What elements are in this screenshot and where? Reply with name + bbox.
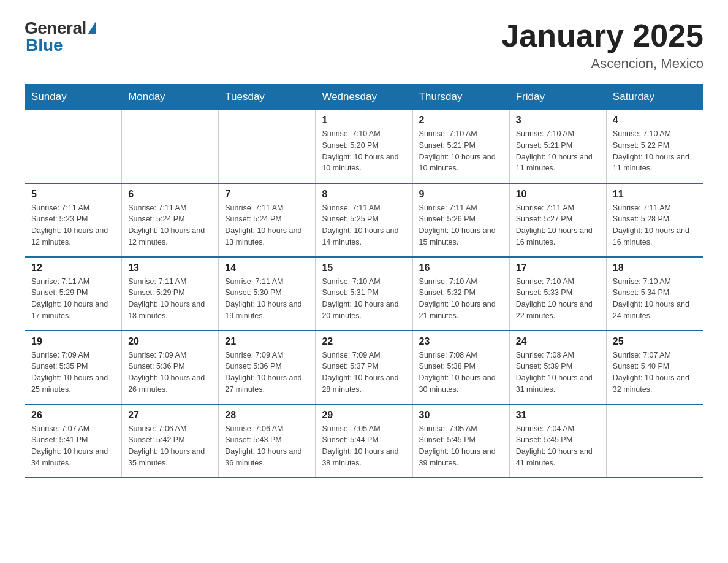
location-subtitle: Ascencion, Mexico — [501, 56, 703, 72]
calendar-cell: 23Sunrise: 7:08 AM Sunset: 5:38 PM Dayli… — [412, 331, 509, 404]
day-info: Sunrise: 7:10 AM Sunset: 5:34 PM Dayligh… — [613, 276, 697, 322]
day-info: Sunrise: 7:11 AM Sunset: 5:30 PM Dayligh… — [225, 276, 309, 322]
day-info: Sunrise: 7:04 AM Sunset: 5:45 PM Dayligh… — [516, 423, 600, 469]
calendar-cell — [219, 110, 316, 183]
day-info: Sunrise: 7:10 AM Sunset: 5:21 PM Dayligh… — [419, 128, 503, 174]
day-number: 10 — [516, 189, 600, 200]
day-number: 1 — [322, 115, 406, 126]
calendar-cell: 18Sunrise: 7:10 AM Sunset: 5:34 PM Dayli… — [606, 257, 703, 331]
day-info: Sunrise: 7:10 AM Sunset: 5:21 PM Dayligh… — [516, 128, 600, 174]
calendar-header-friday: Friday — [509, 85, 606, 110]
calendar-cell: 3Sunrise: 7:10 AM Sunset: 5:21 PM Daylig… — [509, 110, 606, 183]
calendar-cell: 4Sunrise: 7:10 AM Sunset: 5:22 PM Daylig… — [606, 110, 703, 183]
calendar-cell: 17Sunrise: 7:10 AM Sunset: 5:33 PM Dayli… — [509, 257, 606, 331]
calendar-cell: 16Sunrise: 7:10 AM Sunset: 5:32 PM Dayli… — [412, 257, 509, 331]
day-number: 6 — [128, 189, 212, 200]
day-info: Sunrise: 7:05 AM Sunset: 5:45 PM Dayligh… — [419, 423, 503, 469]
calendar-cell: 6Sunrise: 7:11 AM Sunset: 5:24 PM Daylig… — [122, 183, 219, 257]
day-info: Sunrise: 7:10 AM Sunset: 5:32 PM Dayligh… — [419, 276, 503, 322]
calendar-week-row: 5Sunrise: 7:11 AM Sunset: 5:23 PM Daylig… — [25, 183, 703, 257]
day-number: 19 — [31, 336, 115, 347]
day-number: 18 — [613, 262, 697, 274]
calendar-cell: 28Sunrise: 7:06 AM Sunset: 5:43 PM Dayli… — [219, 404, 316, 478]
day-number: 15 — [322, 262, 406, 274]
day-number: 14 — [225, 262, 309, 274]
logo: General Blue — [25, 18, 96, 55]
calendar-cell: 27Sunrise: 7:06 AM Sunset: 5:42 PM Dayli… — [122, 404, 219, 478]
day-number: 23 — [419, 336, 503, 347]
day-info: Sunrise: 7:10 AM Sunset: 5:33 PM Dayligh… — [516, 276, 600, 322]
day-info: Sunrise: 7:10 AM Sunset: 5:22 PM Dayligh… — [613, 128, 697, 174]
day-number: 30 — [419, 410, 503, 421]
day-number: 7 — [225, 189, 309, 200]
calendar-cell: 25Sunrise: 7:07 AM Sunset: 5:40 PM Dayli… — [606, 331, 703, 404]
calendar-week-row: 19Sunrise: 7:09 AM Sunset: 5:35 PM Dayli… — [25, 331, 703, 404]
calendar-week-row: 12Sunrise: 7:11 AM Sunset: 5:29 PM Dayli… — [25, 257, 703, 331]
calendar-cell: 12Sunrise: 7:11 AM Sunset: 5:29 PM Dayli… — [25, 257, 122, 331]
calendar-cell: 19Sunrise: 7:09 AM Sunset: 5:35 PM Dayli… — [25, 331, 122, 404]
day-number: 25 — [613, 336, 697, 347]
calendar-cell: 30Sunrise: 7:05 AM Sunset: 5:45 PM Dayli… — [412, 404, 509, 478]
day-number: 9 — [419, 189, 503, 200]
day-info: Sunrise: 7:09 AM Sunset: 5:36 PM Dayligh… — [128, 350, 212, 396]
day-info: Sunrise: 7:09 AM Sunset: 5:37 PM Dayligh… — [322, 350, 406, 396]
day-info: Sunrise: 7:06 AM Sunset: 5:43 PM Dayligh… — [225, 423, 309, 469]
calendar-cell: 2Sunrise: 7:10 AM Sunset: 5:21 PM Daylig… — [412, 110, 509, 183]
day-number: 3 — [516, 115, 600, 126]
calendar-cell: 24Sunrise: 7:08 AM Sunset: 5:39 PM Dayli… — [509, 331, 606, 404]
day-info: Sunrise: 7:05 AM Sunset: 5:44 PM Dayligh… — [322, 423, 406, 469]
day-info: Sunrise: 7:10 AM Sunset: 5:31 PM Dayligh… — [322, 276, 406, 322]
day-number: 26 — [31, 410, 115, 421]
calendar-week-row: 26Sunrise: 7:07 AM Sunset: 5:41 PM Dayli… — [25, 404, 703, 478]
calendar-table: SundayMondayTuesdayWednesdayThursdayFrid… — [25, 84, 703, 478]
day-info: Sunrise: 7:11 AM Sunset: 5:28 PM Dayligh… — [613, 202, 697, 248]
day-info: Sunrise: 7:08 AM Sunset: 5:39 PM Dayligh… — [516, 350, 600, 396]
day-number: 8 — [322, 189, 406, 200]
day-number: 4 — [613, 115, 697, 126]
title-block: January 2025 Ascencion, Mexico — [501, 18, 703, 72]
calendar-header-wednesday: Wednesday — [316, 85, 412, 110]
calendar-cell: 13Sunrise: 7:11 AM Sunset: 5:29 PM Dayli… — [122, 257, 219, 331]
day-info: Sunrise: 7:11 AM Sunset: 5:25 PM Dayligh… — [322, 202, 406, 248]
day-info: Sunrise: 7:09 AM Sunset: 5:36 PM Dayligh… — [225, 350, 309, 396]
calendar-cell: 29Sunrise: 7:05 AM Sunset: 5:44 PM Dayli… — [316, 404, 412, 478]
day-number: 16 — [419, 262, 503, 274]
day-number: 5 — [31, 189, 115, 200]
calendar-cell: 10Sunrise: 7:11 AM Sunset: 5:27 PM Dayli… — [509, 183, 606, 257]
calendar-cell: 1Sunrise: 7:10 AM Sunset: 5:20 PM Daylig… — [316, 110, 412, 183]
calendar-cell: 31Sunrise: 7:04 AM Sunset: 5:45 PM Dayli… — [509, 404, 606, 478]
calendar-cell: 21Sunrise: 7:09 AM Sunset: 5:36 PM Dayli… — [219, 331, 316, 404]
page-header: General Blue January 2025 Ascencion, Mex… — [25, 18, 703, 72]
day-number: 20 — [128, 336, 212, 347]
day-number: 22 — [322, 336, 406, 347]
day-number: 11 — [613, 189, 697, 200]
calendar-cell: 8Sunrise: 7:11 AM Sunset: 5:25 PM Daylig… — [316, 183, 412, 257]
calendar-cell: 22Sunrise: 7:09 AM Sunset: 5:37 PM Dayli… — [316, 331, 412, 404]
calendar-header-sunday: Sunday — [25, 85, 122, 110]
day-info: Sunrise: 7:11 AM Sunset: 5:29 PM Dayligh… — [128, 276, 212, 322]
calendar-header-saturday: Saturday — [606, 85, 703, 110]
calendar-header-tuesday: Tuesday — [219, 85, 316, 110]
calendar-cell — [25, 110, 122, 183]
day-number: 29 — [322, 410, 406, 421]
day-info: Sunrise: 7:11 AM Sunset: 5:26 PM Dayligh… — [419, 202, 503, 248]
calendar-header-monday: Monday — [122, 85, 219, 110]
calendar-cell: 14Sunrise: 7:11 AM Sunset: 5:30 PM Dayli… — [219, 257, 316, 331]
day-number: 17 — [516, 262, 600, 274]
calendar-cell: 15Sunrise: 7:10 AM Sunset: 5:31 PM Dayli… — [316, 257, 412, 331]
day-info: Sunrise: 7:06 AM Sunset: 5:42 PM Dayligh… — [128, 423, 212, 469]
day-info: Sunrise: 7:11 AM Sunset: 5:24 PM Dayligh… — [225, 202, 309, 248]
day-number: 31 — [516, 410, 600, 421]
day-info: Sunrise: 7:07 AM Sunset: 5:40 PM Dayligh… — [613, 350, 697, 396]
day-number: 27 — [128, 410, 212, 421]
day-info: Sunrise: 7:11 AM Sunset: 5:29 PM Dayligh… — [31, 276, 115, 322]
calendar-header-row: SundayMondayTuesdayWednesdayThursdayFrid… — [25, 85, 703, 110]
calendar-cell: 20Sunrise: 7:09 AM Sunset: 5:36 PM Dayli… — [122, 331, 219, 404]
month-title: January 2025 — [501, 18, 703, 53]
day-number: 13 — [128, 262, 212, 274]
day-number: 21 — [225, 336, 309, 347]
logo-blue-text: Blue — [26, 36, 63, 55]
calendar-week-row: 1Sunrise: 7:10 AM Sunset: 5:20 PM Daylig… — [25, 110, 703, 183]
day-info: Sunrise: 7:10 AM Sunset: 5:20 PM Dayligh… — [322, 128, 406, 174]
calendar-cell: 5Sunrise: 7:11 AM Sunset: 5:23 PM Daylig… — [25, 183, 122, 257]
